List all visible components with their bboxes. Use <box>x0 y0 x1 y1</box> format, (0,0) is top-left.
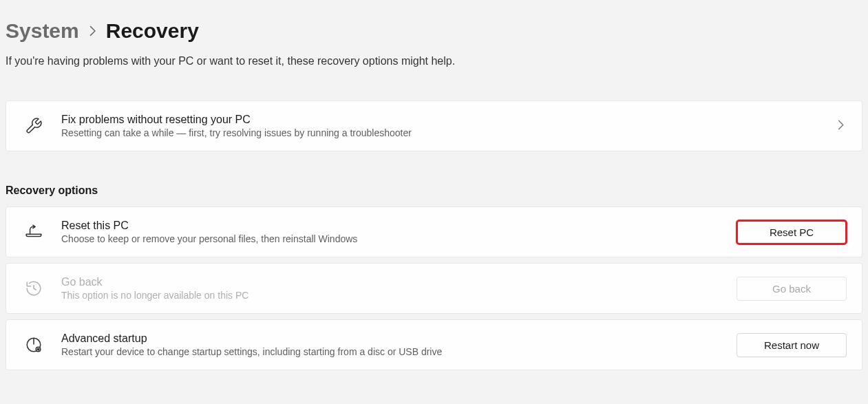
reset-pc-body: Reset this PC Choose to keep or remove y… <box>61 220 719 244</box>
troubleshoot-sub: Resetting can take a while — first, try … <box>61 127 817 138</box>
breadcrumb-parent-system[interactable]: System <box>6 19 79 43</box>
advanced-startup-sub: Restart your device to change startup se… <box>61 346 719 357</box>
restart-now-button[interactable]: Restart now <box>737 333 847 357</box>
advanced-startup-body: Advanced startup Restart your device to … <box>61 332 719 357</box>
go-back-title: Go back <box>61 276 719 288</box>
advanced-startup-card: Advanced startup Restart your device to … <box>6 319 862 370</box>
troubleshoot-title: Fix problems without resetting your PC <box>61 114 817 126</box>
troubleshoot-card[interactable]: Fix problems without resetting your PC R… <box>6 100 862 151</box>
advanced-startup-action: Restart now <box>737 333 847 357</box>
go-back-action: Go back <box>737 277 847 301</box>
reset-pc-icon <box>24 222 43 242</box>
go-back-body: Go back This option is no longer availab… <box>61 276 719 301</box>
wrench-icon <box>24 116 43 136</box>
go-back-card: Go back This option is no longer availab… <box>6 263 862 314</box>
troubleshoot-body: Fix problems without resetting your PC R… <box>61 114 817 138</box>
page-title: Recovery <box>106 19 199 43</box>
reset-pc-title: Reset this PC <box>61 220 719 232</box>
advanced-startup-title: Advanced startup <box>61 332 719 345</box>
go-back-icon <box>24 279 43 298</box>
chevron-right-icon <box>89 25 96 36</box>
reset-pc-action: Reset PC <box>737 220 847 244</box>
go-back-sub: This option is no longer available on th… <box>61 290 719 301</box>
recovery-options-header: Recovery options <box>6 184 862 197</box>
breadcrumb: System Recovery <box>6 19 862 43</box>
go-back-button: Go back <box>737 277 847 301</box>
reset-pc-button[interactable]: Reset PC <box>737 220 847 244</box>
advanced-startup-icon <box>24 335 43 354</box>
reset-pc-card: Reset this PC Choose to keep or remove y… <box>6 206 862 257</box>
chevron-right-icon <box>835 120 847 133</box>
intro-text: If you're having problems with your PC o… <box>6 55 862 67</box>
reset-pc-sub: Choose to keep or remove your personal f… <box>61 233 719 244</box>
